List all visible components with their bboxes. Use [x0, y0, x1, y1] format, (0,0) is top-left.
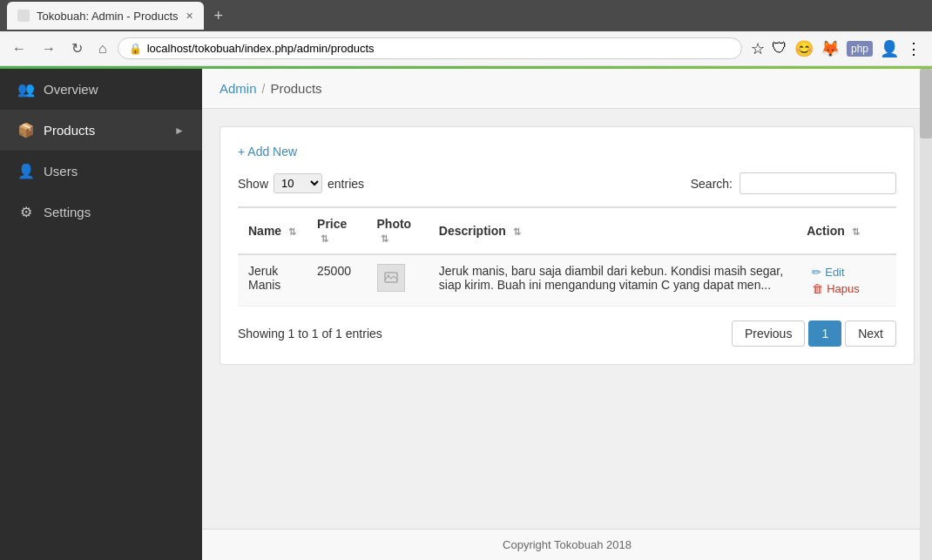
next-button[interactable]: Next [845, 320, 896, 347]
breadcrumb: Admin / Products [202, 69, 932, 109]
breadcrumb-separator: / [262, 82, 266, 96]
edit-button[interactable]: ✏ Edit [807, 264, 849, 280]
cell-description: Jeruk manis, baru saja diambil dari kebu… [429, 254, 796, 307]
chevron-right-icon: ► [174, 125, 185, 137]
menu-icon[interactable]: ⋮ [906, 39, 922, 58]
products-table: Name ⇅ Price ⇅ Photo ⇅ [238, 206, 896, 307]
sidebar-item-users[interactable]: 👤 Users [0, 151, 202, 192]
main-content: Admin / Products + Add New Show 10 [202, 69, 932, 560]
sidebar-item-products[interactable]: 📦 Products ► [0, 110, 202, 151]
pagination-buttons: Previous 1 Next [732, 320, 896, 347]
col-action: Action ⇅ [796, 207, 896, 254]
search-label: Search: [691, 177, 733, 191]
new-tab-button[interactable]: + [207, 7, 231, 25]
refresh-button[interactable]: ↻ [66, 37, 88, 60]
firefox-icon[interactable]: 🦊 [821, 39, 840, 58]
cell-action: ✏ Edit 🗑 Hapus [796, 254, 896, 307]
settings-icon: ⚙ [17, 204, 35, 220]
sidebar-item-overview[interactable]: 👥 Overview [0, 69, 202, 110]
product-name: Jeruk Manis [248, 264, 280, 292]
sidebar-item-settings[interactable]: ⚙ Settings [0, 192, 202, 233]
edit-label: Edit [825, 266, 844, 279]
search-input[interactable] [740, 172, 896, 194]
active-tab[interactable]: Tokobuah: Admin - Products ✕ [7, 2, 204, 30]
sidebar-item-label-overview: Overview [44, 82, 185, 97]
product-description: Jeruk manis, baru saja diambil dari kebu… [439, 264, 783, 292]
tab-title: Tokobuah: Admin - Products [37, 10, 179, 23]
table-header-row: Name ⇅ Price ⇅ Photo ⇅ [238, 207, 896, 254]
cell-name: Jeruk Manis [238, 254, 307, 307]
scrollbar-thumb[interactable] [920, 69, 932, 138]
trash-icon: 🗑 [812, 282, 823, 295]
hapus-label: Hapus [827, 282, 860, 295]
products-card: + Add New Show 10 25 50 100 entries [219, 126, 915, 365]
show-label: Show [238, 177, 268, 191]
search-control: Search: [691, 172, 896, 194]
sidebar-item-label-settings: Settings [44, 205, 185, 219]
bookmark-icon[interactable]: ☆ [751, 39, 765, 58]
entries-label: entries [328, 177, 364, 191]
sidebar-item-label-users: Users [44, 164, 185, 179]
col-description-label: Description [439, 224, 506, 238]
pagination-area: Showing 1 to 1 of 1 entries Previous 1 N… [238, 320, 896, 347]
sidebar: 👥 Overview 📦 Products ► 👤 Users ⚙ Settin… [0, 69, 202, 560]
tab-close-button[interactable]: ✕ [186, 10, 193, 22]
lock-icon: 🔒 [129, 43, 142, 55]
emoji-icon[interactable]: 😊 [794, 39, 814, 58]
scrollbar[interactable] [920, 69, 932, 560]
col-name: Name ⇅ [238, 207, 307, 254]
sort-action-icon: ⇅ [852, 226, 860, 237]
content-area: + Add New Show 10 25 50 100 entries [202, 109, 932, 529]
back-button[interactable]: ← [7, 37, 31, 60]
sort-price-icon[interactable]: ⇅ [321, 233, 328, 244]
cell-price: 25000 [307, 254, 366, 307]
users-icon: 👤 [17, 163, 35, 179]
product-price: 25000 [317, 264, 351, 278]
sidebar-item-label-products: Products [44, 123, 165, 138]
product-photo-placeholder [377, 264, 405, 292]
col-action-label: Action [807, 224, 845, 238]
home-button[interactable]: ⌂ [93, 37, 112, 60]
entries-select[interactable]: 10 25 50 100 [274, 173, 322, 193]
col-photo-label: Photo [377, 217, 412, 231]
footer: Copyright Tokobuah 2018 [202, 529, 932, 560]
entries-control: Show 10 25 50 100 entries [238, 173, 364, 193]
breadcrumb-current: Products [270, 81, 321, 96]
copyright-text: Copyright Tokobuah 2018 [503, 538, 631, 551]
cell-photo [367, 254, 429, 307]
sort-description-icon[interactable]: ⇅ [513, 226, 521, 237]
pagination-info: Showing 1 to 1 of 1 entries [238, 327, 382, 341]
add-new-button[interactable]: + Add New [238, 145, 297, 159]
edit-icon: ✏ [812, 266, 821, 279]
profile-icon[interactable]: 👤 [880, 39, 899, 58]
svg-point-1 [387, 274, 388, 276]
col-price: Price ⇅ [307, 207, 366, 254]
col-description: Description ⇅ [429, 207, 796, 254]
forward-button[interactable]: → [37, 37, 61, 60]
hapus-button[interactable]: 🗑 Hapus [807, 280, 865, 297]
previous-button[interactable]: Previous [732, 320, 805, 347]
table-controls: Show 10 25 50 100 entries Search: [238, 172, 896, 194]
breadcrumb-admin-link[interactable]: Admin [219, 81, 257, 96]
table-row: Jeruk Manis 25000 [238, 254, 896, 307]
col-price-label: Price [317, 217, 347, 231]
products-icon: 📦 [17, 122, 35, 138]
col-name-label: Name [248, 224, 281, 238]
shield-icon[interactable]: 🛡 [772, 39, 787, 57]
page-1-button[interactable]: 1 [808, 320, 841, 347]
sort-name-icon[interactable]: ⇅ [288, 226, 296, 237]
sort-photo-icon[interactable]: ⇅ [381, 233, 388, 244]
url-text: localhost/tokobuah/index.php/admin/produ… [147, 42, 375, 55]
tab-favicon [17, 10, 30, 22]
overview-icon: 👥 [17, 81, 35, 98]
address-bar[interactable]: 🔒 localhost/tokobuah/index.php/admin/pro… [118, 37, 742, 59]
col-photo: Photo ⇅ [367, 207, 429, 254]
php-badge: php [847, 41, 873, 57]
